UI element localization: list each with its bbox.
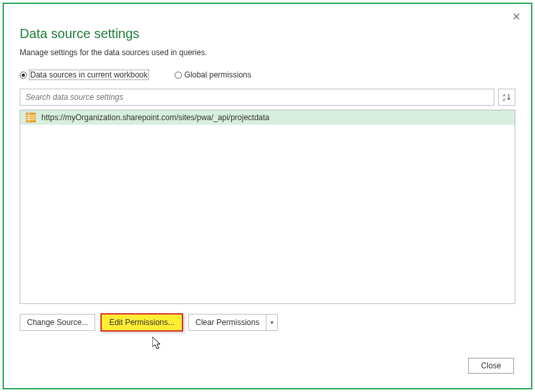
data-source-table-icon bbox=[26, 112, 36, 123]
clear-permissions-button[interactable]: Clear Permissions bbox=[188, 314, 266, 331]
radio-icon bbox=[175, 72, 182, 79]
dialog-title: Data source settings bbox=[20, 26, 515, 41]
close-icon[interactable]: ✕ bbox=[512, 11, 521, 23]
svg-text:Z: Z bbox=[503, 98, 505, 102]
close-button[interactable]: Close bbox=[468, 358, 514, 374]
radio-label: Global permissions bbox=[184, 70, 251, 79]
radio-global-permissions[interactable]: Global permissions bbox=[175, 70, 251, 79]
radio-icon bbox=[20, 72, 27, 79]
action-button-row: Change Source... Edit Permissions... Cle… bbox=[20, 313, 515, 332]
clear-permissions-split-button: Clear Permissions ▾ bbox=[188, 314, 278, 331]
footer-row: Close bbox=[468, 358, 514, 374]
search-row: A Z bbox=[20, 89, 515, 106]
sort-button[interactable]: A Z bbox=[498, 89, 515, 106]
scope-radio-group: Data sources in current workbook Global … bbox=[20, 70, 515, 79]
clear-permissions-dropdown[interactable]: ▾ bbox=[266, 314, 278, 331]
svg-text:A: A bbox=[503, 93, 505, 97]
radio-label: Data sources in current workbook bbox=[30, 70, 148, 79]
mouse-cursor-icon bbox=[152, 337, 164, 351]
sort-az-icon: A Z bbox=[502, 93, 511, 102]
svg-marker-8 bbox=[152, 337, 160, 349]
data-source-settings-dialog: ✕ Data source settings Manage settings f… bbox=[5, 5, 530, 387]
change-source-button[interactable]: Change Source... bbox=[20, 314, 95, 331]
list-item-url: https://myOrganization.sharepoint.com/si… bbox=[41, 113, 270, 122]
dialog-subtitle: Manage settings for the data sources use… bbox=[20, 48, 515, 57]
search-input[interactable] bbox=[20, 89, 494, 106]
radio-current-workbook[interactable]: Data sources in current workbook bbox=[20, 70, 148, 79]
data-sources-list[interactable]: https://myOrganization.sharepoint.com/si… bbox=[20, 110, 515, 304]
chevron-down-icon: ▾ bbox=[270, 319, 274, 326]
list-item[interactable]: https://myOrganization.sharepoint.com/si… bbox=[20, 110, 515, 125]
edit-permissions-button[interactable]: Edit Permissions... bbox=[100, 313, 182, 332]
